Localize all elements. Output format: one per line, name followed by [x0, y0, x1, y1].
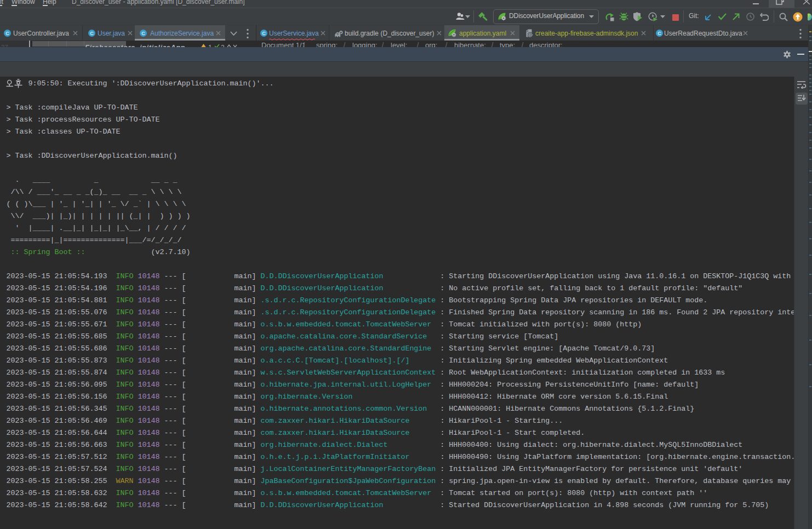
svg-text:C: C: [90, 31, 94, 36]
svg-text:C: C: [141, 31, 145, 36]
svg-text:C: C: [657, 31, 661, 36]
svg-text:C: C: [5, 31, 9, 36]
svg-text:C: C: [262, 31, 266, 36]
